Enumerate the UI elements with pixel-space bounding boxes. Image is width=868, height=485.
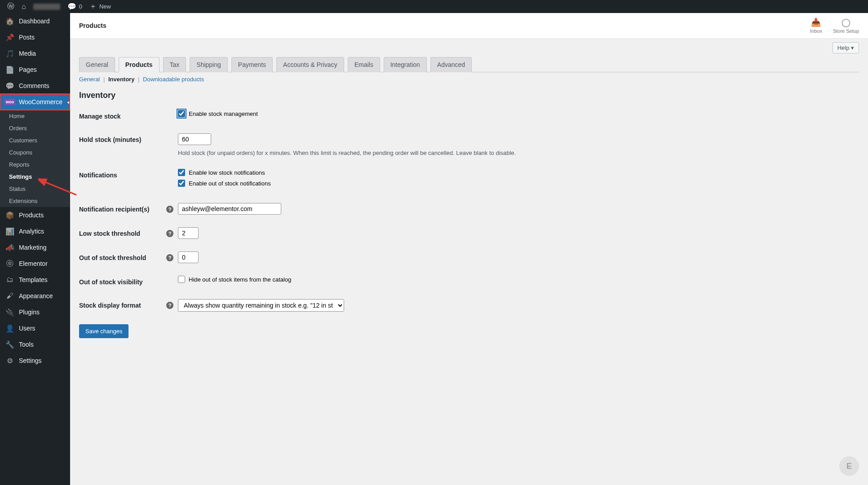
tab-general[interactable]: General [79, 57, 115, 72]
low-stock-checkbox-wrap[interactable]: Enable low stock notifications [178, 169, 859, 176]
submenu-item-status[interactable]: Status [0, 183, 70, 195]
comments-icon: 💬 [5, 81, 14, 90]
row-display-format: Stock display format ? Always show quant… [79, 299, 859, 312]
tab-tax[interactable]: Tax [163, 57, 186, 72]
elementor-icon: ⓔ [5, 259, 14, 268]
sidebar-item-templates[interactable]: 🗂Templates [0, 272, 70, 288]
sidebar-item-plugins[interactable]: 🔌Plugins [0, 304, 70, 320]
help-icon[interactable]: ? [166, 230, 173, 237]
hold-stock-input[interactable] [178, 133, 211, 145]
help-label: Help [837, 44, 850, 51]
hold-stock-desc: Hold stock (for unpaid orders) for x min… [178, 150, 859, 156]
row-manage-stock: Manage stock Enable stock management [79, 110, 859, 121]
tab-accounts-privacy[interactable]: Accounts & Privacy [276, 57, 344, 72]
subnav-downloadable[interactable]: Downloadable products [143, 76, 204, 83]
site-name[interactable] [30, 4, 64, 10]
store-setup-label: Store Setup [833, 28, 859, 34]
help-icon[interactable]: ? [166, 206, 173, 213]
sidebar-item-pages[interactable]: 📄Pages [0, 62, 70, 78]
manage-stock-checkbox-wrap[interactable]: Enable stock management [178, 110, 859, 117]
sidebar-item-dashboard[interactable]: 🏠Dashboard [0, 13, 70, 29]
home-link[interactable]: ⌂ [18, 3, 30, 11]
low-stock-checkbox[interactable] [178, 169, 185, 176]
oos-visibility-checkbox[interactable] [178, 276, 185, 283]
woo-badge-icon: woo [4, 99, 15, 105]
submenu-item-orders[interactable]: Orders [0, 122, 70, 134]
sidebar-item-users[interactable]: 👤Users [0, 320, 70, 336]
sidebar-item-label: WooCommerce [19, 98, 62, 106]
oos-threshold-input[interactable] [178, 251, 199, 263]
inbox-button[interactable]: 📥 Inbox [810, 18, 822, 34]
tab-shipping[interactable]: Shipping [190, 57, 228, 72]
page-title: Products [79, 22, 106, 29]
submenu-item-reports[interactable]: Reports [0, 159, 70, 171]
tab-integration[interactable]: Integration [384, 57, 427, 72]
content-area: Help ▾ GeneralProductsTaxShippingPayment… [70, 39, 868, 356]
submenu-item-coupons[interactable]: Coupons [0, 146, 70, 159]
sidebar-item-label: Templates [19, 276, 48, 283]
sidebar-item-marketing[interactable]: 📣Marketing [0, 239, 70, 256]
comment-icon: 💬 [67, 2, 76, 11]
comments-count: 0 [79, 3, 82, 10]
row-oos-visibility: Out of stock visibility Hide out of stoc… [79, 276, 859, 287]
help-icon[interactable]: ? [166, 302, 173, 309]
inbox-icon: 📥 [811, 18, 821, 27]
sidebar-item-label: Plugins [19, 309, 40, 316]
sidebar-item-analytics[interactable]: 📊Analytics [0, 223, 70, 239]
comments-link[interactable]: 💬0 [64, 2, 86, 11]
submenu-item-extensions[interactable]: Extensions [0, 195, 70, 207]
oos-checkbox-wrap[interactable]: Enable out of stock notifications [178, 180, 859, 187]
sidebar-item-label: Tools [19, 341, 34, 348]
oos-visibility-checkbox-wrap[interactable]: Hide out of stock items from the catalog [178, 276, 859, 283]
pin-icon: 📌 [5, 33, 14, 42]
blurred-site-name [33, 4, 60, 10]
help-row: Help ▾ [79, 39, 859, 57]
sidebar-item-posts[interactable]: 📌Posts [0, 29, 70, 45]
sidebar-item-appearance[interactable]: 🖌Appearance [0, 288, 70, 304]
sidebar-item-label: Marketing [19, 244, 46, 251]
sidebar-item-label: Users [19, 325, 35, 332]
new-content[interactable]: ＋New [86, 2, 115, 11]
sidebar-item-elementor[interactable]: ⓔElementor [0, 256, 70, 272]
store-setup-button[interactable]: ◯ Store Setup [833, 18, 859, 34]
sidebar-item-settings[interactable]: ⚙Settings [0, 353, 70, 356]
sidebar-item-products[interactable]: 📦Products [0, 207, 70, 223]
tab-payments[interactable]: Payments [231, 57, 273, 72]
manage-stock-checkbox-label: Enable stock management [189, 110, 258, 117]
sidebar-item-tools[interactable]: 🔧Tools [0, 336, 70, 353]
manage-stock-checkbox[interactable] [178, 110, 185, 117]
submenu-item-settings[interactable]: Settings [0, 171, 70, 183]
pages-icon: 📄 [5, 65, 14, 74]
home-icon: ⌂ [22, 3, 26, 11]
sidebar-item-comments[interactable]: 💬Comments [0, 78, 70, 94]
label-manage-stock: Manage stock [79, 110, 178, 120]
submenu-item-home[interactable]: Home [0, 110, 70, 122]
save-button[interactable]: Save changes [79, 324, 128, 338]
display-format-select[interactable]: Always show quantity remaining in stock … [178, 299, 344, 312]
label-oos-visibility: Out of stock visibility [79, 276, 178, 286]
tab-advanced[interactable]: Advanced [430, 57, 472, 72]
subnav-general[interactable]: General [79, 76, 100, 83]
help-icon[interactable]: ? [166, 254, 173, 261]
row-recipients: Notification recipient(s) ? [79, 203, 859, 215]
analytics-icon: 📊 [5, 227, 14, 236]
sidebar-item-label: Comments [19, 82, 49, 89]
recipients-input[interactable] [178, 203, 281, 215]
tab-products[interactable]: Products [119, 57, 159, 72]
sidebar-item-label: Appearance [19, 292, 53, 300]
help-toggle[interactable]: Help ▾ [833, 42, 859, 53]
plus-icon: ＋ [89, 2, 97, 11]
marketing-icon: 📣 [5, 243, 14, 252]
sidebar-item-media[interactable]: 🎵Media [0, 45, 70, 62]
sidebar-item-label: Media [19, 50, 36, 57]
oos-checkbox[interactable] [178, 180, 185, 187]
tab-emails[interactable]: Emails [348, 57, 380, 72]
sidebar-item-label: Elementor [19, 260, 48, 267]
submenu-item-customers[interactable]: Customers [0, 134, 70, 146]
sidebar-item-woocommerce[interactable]: wooWooCommerce◀ [0, 94, 70, 110]
sidebar-item-label: Pages [19, 66, 37, 73]
low-threshold-input[interactable] [178, 227, 199, 239]
separator: | [138, 76, 139, 83]
label-recipients: Notification recipient(s) [79, 206, 149, 213]
wp-logo[interactable]: ⓦ [4, 2, 18, 11]
